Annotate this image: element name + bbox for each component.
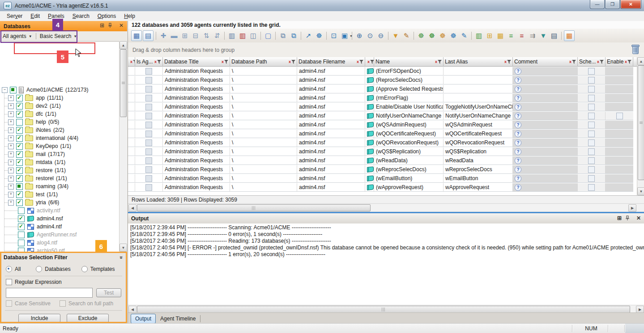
radio-all[interactable] — [6, 266, 12, 272]
grid-vscrollbar-thumb[interactable] — [638, 65, 644, 180]
tree-file-checkbox[interactable] — [18, 232, 25, 238]
schedule-calendar-icon[interactable]: ▦ — [495, 31, 505, 41]
design-window-icon[interactable]: ⊞ — [485, 31, 495, 41]
table-row[interactable]: Administration Requests\admin4.nsf(Repro… — [128, 76, 633, 85]
expand-node-icon[interactable]: + — [8, 160, 14, 165]
is-agent-checkbox[interactable] — [145, 131, 152, 137]
comment-help-icon[interactable]: ? — [515, 148, 521, 155]
collapse-level-icon[interactable]: ⊟ — [191, 31, 200, 41]
is-agent-checkbox[interactable] — [145, 148, 152, 155]
pin-icon[interactable] — [625, 215, 630, 221]
exclude-button[interactable]: Exclude — [67, 314, 109, 323]
flag-values-icon[interactable]: ⊡ — [329, 31, 339, 41]
radio-templates[interactable] — [81, 266, 88, 272]
expand-node-icon[interactable]: + — [8, 176, 14, 181]
column-header-sche-[interactable]: Sche...x — [578, 57, 606, 67]
tree-file-item[interactable]: AgentRunner.nsf — [18, 231, 77, 239]
table-row[interactable]: Administration Requests\admin4.nsfEnable… — [128, 103, 633, 112]
copy-with-headers-icon[interactable]: ⧉ — [289, 31, 299, 41]
comment-help-icon[interactable]: ? — [515, 184, 521, 191]
zoom-in-icon[interactable]: ⊕ — [354, 31, 364, 41]
tree-folder-checkbox[interactable] — [16, 191, 23, 198]
is-agent-checkbox[interactable] — [145, 68, 152, 75]
tree-file-item[interactable]: admin4.nsf — [18, 215, 63, 223]
panel-splitter[interactable] — [128, 212, 644, 213]
expand-node-icon[interactable]: + — [8, 103, 14, 109]
tree-file-checkbox[interactable] — [18, 223, 25, 230]
column-report-icon[interactable]: ▥ — [474, 31, 484, 41]
zoom-out-icon[interactable]: ⊖ — [376, 31, 386, 41]
table-row[interactable]: Administration Requests\admin4.nsf(Appro… — [128, 85, 633, 94]
table-row[interactable]: Administration Requests\admin4.nsf(wRepr… — [128, 165, 633, 174]
tab-agent-timeline[interactable]: Agent Timeline — [156, 314, 200, 324]
expand-node-icon[interactable]: + — [8, 152, 14, 157]
tree-file-checkbox[interactable] — [18, 240, 25, 246]
expand-panel-icon[interactable]: ⊞ — [100, 23, 104, 28]
menu-item-help[interactable]: Help — [120, 12, 139, 21]
expand-node-icon[interactable]: + — [8, 192, 14, 198]
tree-folder-restore[interactable]: +restore(1/1) — [8, 166, 66, 174]
resize-grip[interactable] — [625, 324, 644, 333]
enable-agent-gear-icon[interactable]: ☸ — [427, 31, 437, 41]
filter-icon[interactable]: x — [130, 59, 135, 64]
console-view-icon[interactable]: ▤ — [549, 31, 559, 41]
highlight-column-icon[interactable]: ▥ — [238, 31, 247, 41]
tree-folder-checkbox[interactable] — [16, 167, 23, 174]
test-button[interactable]: Test — [96, 288, 121, 297]
comment-help-icon[interactable]: ? — [515, 95, 521, 101]
export-icon[interactable]: ↗ — [303, 31, 313, 41]
tree-folder-checkbox[interactable] — [16, 175, 23, 182]
comment-help-icon[interactable]: ? — [515, 166, 521, 173]
tree-folder-checkbox[interactable] — [16, 199, 23, 206]
comment-help-icon[interactable]: ? — [515, 122, 521, 128]
column-header-database-filename[interactable]: Database Filenamex — [297, 57, 365, 67]
menu-item-edit[interactable]: Edit — [26, 12, 44, 21]
is-agent-checkbox[interactable] — [145, 166, 152, 173]
filter-view-icon[interactable]: ▼ — [538, 31, 548, 41]
tree-folder-checkbox[interactable] — [16, 135, 23, 142]
scroll-up-icon[interactable]: ▲ — [119, 41, 127, 49]
grid-properties-icon[interactable]: ▦ — [131, 30, 142, 41]
is-agent-checkbox[interactable] — [145, 157, 152, 164]
include-button[interactable]: Include — [18, 314, 60, 323]
tree-folder-checkbox[interactable] — [16, 95, 23, 101]
grid-hscrollbar[interactable]: ◀ ▶ — [128, 203, 644, 211]
tree-root-checkbox[interactable] — [10, 87, 17, 93]
comment-help-icon[interactable]: ? — [515, 131, 521, 137]
filter-icon[interactable]: x — [154, 59, 161, 64]
grid-vscrollbar[interactable]: ▲ ▼ — [637, 57, 644, 195]
column-header-icon-[interactable]: x — [128, 57, 135, 67]
expand-node-icon[interactable]: + — [8, 135, 14, 141]
collapse-all-icon[interactable]: ⇵ — [212, 31, 222, 41]
close-panel-icon[interactable]: ✕ — [119, 23, 124, 28]
collapse-chevron-icon[interactable]: » — [119, 256, 125, 259]
table-row[interactable]: Administration Requests\admin4.nsfNotify… — [128, 112, 633, 121]
tree-folder-checkbox[interactable] — [16, 103, 23, 110]
workflow-icon[interactable]: ⇉ — [528, 31, 537, 41]
close-button[interactable]: ✕ — [620, 0, 641, 9]
checkbox-options-icon[interactable]: ▣▼ — [340, 31, 350, 41]
export-settings-icon[interactable]: ☸ — [314, 31, 324, 41]
is-agent-checkbox[interactable] — [145, 113, 152, 119]
is-agent-checkbox[interactable] — [145, 184, 152, 191]
tree-folder-KeyDepo[interactable]: +KeyDepo(1/1) — [8, 142, 71, 150]
cell-selection-icon[interactable]: ▢ — [263, 31, 273, 41]
filter-text-input[interactable] — [6, 288, 93, 298]
comment-help-icon[interactable]: ? — [515, 139, 521, 146]
expand-node-icon[interactable]: + — [8, 127, 14, 133]
tree-folder-roaming[interactable]: +roaming(3/4) — [8, 182, 68, 190]
scroll-up-icon[interactable]: ▲ — [637, 57, 644, 65]
find-text-icon[interactable]: ⊙ — [365, 31, 375, 41]
column-header-is-ag-[interactable]: Is Ag...x — [135, 57, 163, 67]
pin-icon[interactable] — [108, 23, 112, 28]
expand-all-icon[interactable]: ⇅ — [201, 31, 211, 41]
table-row[interactable]: Administration Requests\admin4.nsf(wQS$R… — [128, 148, 633, 156]
expand-node-icon[interactable]: + — [8, 119, 14, 125]
tree-file-checkbox[interactable] — [18, 215, 25, 222]
tree-folder-help[interactable]: +help(0/5) — [8, 118, 59, 126]
filter-icon[interactable]: x — [222, 59, 228, 64]
output-hscrollbar[interactable]: ◀ ▶ — [128, 305, 644, 313]
copy-icon[interactable]: ⧉ — [278, 31, 288, 41]
table-row[interactable]: Administration Requests\admin4.nsf(wQSAd… — [128, 121, 633, 130]
close-panel-icon[interactable]: ✕ — [636, 215, 641, 221]
